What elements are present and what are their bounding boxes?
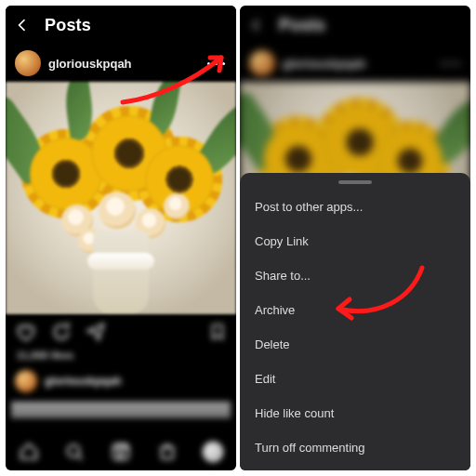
more-options-icon[interactable] [205, 52, 227, 74]
sheet-handle[interactable] [338, 180, 372, 184]
author-username[interactable]: gloriouskpqah [48, 57, 132, 71]
svg-point-0 [68, 445, 80, 457]
menu-item-hide-like-count[interactable]: Hide like count [240, 396, 470, 430]
menu-item-edit[interactable]: Edit [240, 362, 470, 396]
back-icon[interactable] [15, 18, 32, 33]
nav-search-icon[interactable] [62, 440, 86, 464]
post-author-row[interactable]: gloriouskpqah [240, 45, 470, 82]
avatar[interactable] [15, 370, 37, 392]
secondary-username: gloriouskpqah [45, 375, 122, 388]
app-header: Posts [6, 6, 236, 45]
avatar[interactable] [249, 50, 275, 76]
menu-item-archive[interactable]: Archive [240, 293, 470, 327]
page-title: Posts [279, 16, 325, 35]
post-actions-row [6, 314, 236, 350]
caption-input-bar[interactable] [11, 402, 231, 418]
menu-item-copy-link[interactable]: Copy Link [240, 224, 470, 258]
screenshot-left: Posts gloriouskpqah [6, 6, 236, 470]
options-bottom-sheet: Post to other apps... Copy Link Share to… [240, 173, 470, 470]
nav-reels-icon[interactable] [109, 440, 133, 464]
page-title: Posts [45, 16, 91, 35]
author-username[interactable]: gloriouskpqah [283, 57, 366, 71]
like-icon[interactable] [15, 322, 35, 342]
secondary-row[interactable]: gloriouskpqah [6, 366, 236, 396]
post-author-row[interactable]: gloriouskpqah [6, 45, 236, 82]
nav-profile-icon[interactable] [201, 440, 225, 464]
menu-item-post-other-apps[interactable]: Post to other apps... [240, 190, 470, 224]
likes-count[interactable]: 11,000 likes [6, 350, 236, 366]
share-icon[interactable] [86, 322, 106, 342]
app-header: Posts [240, 6, 470, 45]
comment-icon[interactable] [50, 322, 71, 342]
nav-shop-icon[interactable] [155, 440, 179, 464]
bookmark-icon[interactable] [208, 322, 227, 342]
menu-item-delete[interactable]: Delete [240, 327, 470, 362]
nav-home-icon[interactable] [17, 440, 41, 464]
post-image[interactable] [6, 82, 236, 314]
back-icon[interactable] [249, 18, 266, 33]
menu-item-share-to[interactable]: Share to... [240, 258, 470, 293]
more-options-icon[interactable] [439, 52, 461, 74]
screenshot-right: Posts gloriouskpqah Post to other apps..… [240, 6, 470, 470]
bottom-nav [6, 433, 236, 470]
svg-rect-1 [113, 444, 129, 460]
avatar[interactable] [15, 50, 41, 76]
menu-item-turn-off-commenting[interactable]: Turn off commenting [240, 430, 470, 465]
